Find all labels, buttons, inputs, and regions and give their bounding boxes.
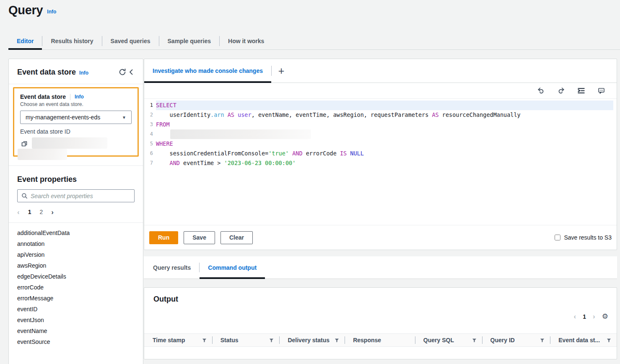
column-header-query-sql[interactable]: Query SQL [415,334,482,346]
refresh-button[interactable] [118,67,127,77]
filter-icon[interactable] [472,338,477,343]
filter-icon[interactable] [607,338,611,343]
sql-line-content: WHERE [156,139,613,149]
undo-button[interactable] [537,86,545,95]
column-header-event-data-st[interactable]: Event data st... [550,334,617,346]
filter-icon[interactable] [202,338,207,343]
results-tabs: Query resultsCommand output [144,256,617,279]
next-page-icon[interactable]: › [593,313,595,320]
column-label: Query SQL [423,337,454,343]
previous-page-icon[interactable]: ‹ [17,209,20,216]
filter-icon[interactable] [540,338,545,343]
tab-sample-queries[interactable]: Sample queries [159,33,220,49]
property-item-eventjson[interactable]: eventJson [9,315,143,325]
redo-button[interactable] [557,86,566,95]
column-header-response[interactable]: Response [345,334,415,346]
previous-page-icon[interactable]: ‹ [574,313,576,320]
column-label: Event data st... [558,337,600,343]
top-nav-tabs: EditorResults historySaved queriesSample… [8,33,620,50]
redacted-id-text [18,149,67,160]
search-input[interactable] [31,193,130,199]
sql-line-content: sessionCredentialFromConsole='true' AND … [156,149,613,158]
property-item-errormessage[interactable]: errorMessage [9,293,143,304]
copy-button[interactable] [20,139,29,148]
query-editor-panel: Investigate who made console changes + 1… [144,59,617,250]
property-item-additionaleventdata[interactable]: additionalEventData [9,227,143,238]
property-item-eventsource[interactable]: eventSource [9,336,143,347]
plus-icon: + [278,65,285,77]
add-query-tab-button[interactable]: + [272,59,291,83]
event-data-store-select[interactable]: my-management-events-eds ▼ [20,111,132,124]
gear-icon: ⚙ [602,312,608,320]
clear-button[interactable]: Clear [221,231,253,244]
collapse-panel-button[interactable] [127,68,135,76]
properties-pagination: ‹ 12 › [17,207,135,217]
property-item-annotation[interactable]: annotation [9,238,143,249]
output-panel: Output ‹ 1 › ⚙ Time stampStatusDelivery … [144,287,617,359]
save-results-to-s3-label: Save results to S3 [564,234,612,241]
column-label: Query ID [490,337,515,343]
event-properties-list: additionalEventDataannotationapiVersiona… [9,223,143,347]
sql-line-1: 1SELECT [144,101,617,110]
search-icon [21,193,28,199]
column-header-delivery-status[interactable]: Delivery status [279,334,345,346]
column-label: Time stamp [153,337,185,343]
query-tab-label: Investigate who made console changes [153,67,263,74]
page-2[interactable]: 2 [39,209,43,215]
chevron-down-icon: ▼ [122,115,126,120]
redacted-sql-text [170,129,311,139]
output-current-page[interactable]: 1 [583,313,586,320]
tab-results-history[interactable]: Results history [42,33,101,49]
callout-info-link[interactable]: Info [75,94,84,100]
run-button[interactable]: Run [149,231,178,244]
event-properties-search[interactable] [17,189,135,202]
column-header-time-stamp[interactable]: Time stamp [144,334,212,346]
chevron-left-icon [128,69,135,75]
format-sql-button[interactable] [577,86,586,95]
tab-editor[interactable]: Editor [8,33,42,49]
sidebar-title: Event data store [17,68,76,77]
column-header-query-id[interactable]: Query ID [482,334,550,346]
output-controls: ‹ 1 › ⚙ [574,313,608,320]
filter-icon[interactable] [335,338,339,343]
tab-investigate-query[interactable]: Investigate who made console changes [144,59,271,83]
sql-line-3: 3FROM [144,120,617,129]
sql-editor[interactable]: 1SELECT2 userIdentity.arn AS user, event… [144,99,617,168]
tab-query-results[interactable]: Query results [145,256,199,279]
page-1[interactable]: 1 [28,209,31,215]
event-data-store-callout: Event data store Info Choose an event da… [13,87,139,157]
sql-line-content: SELECT [156,101,613,110]
sql-line-content [156,129,613,139]
property-item-edgedevicedetails[interactable]: edgeDeviceDetails [9,271,143,282]
save-results-to-s3-checkbox[interactable] [555,235,560,240]
sql-line-content: userIdentity.arn AS user, eventName, eve… [156,110,613,120]
line-number: 7 [144,158,156,168]
line-number: 4 [144,129,156,139]
sidebar-info-link[interactable]: Info [79,70,88,76]
tab-how-it-works[interactable]: How it works [220,33,272,49]
save-button[interactable]: Save [184,231,215,244]
property-item-apiversion[interactable]: apiVersion [9,249,143,260]
output-title: Output [144,288,617,304]
property-item-awsregion[interactable]: awsRegion [9,260,143,271]
tab-command-output[interactable]: Command output [200,256,265,279]
line-number: 3 [144,120,156,129]
divider [9,84,143,84]
page-info-link[interactable]: Info [47,9,56,15]
column-header-status[interactable]: Status [212,334,280,346]
line-number: 5 [144,139,156,149]
filter-icon[interactable] [269,338,274,343]
sql-line-content: FROM [156,120,613,129]
sql-line-4: 4 [144,129,617,139]
property-item-errorcode[interactable]: errorCode [9,282,143,293]
property-item-eventname[interactable]: eventName [9,325,143,336]
table-settings-button[interactable]: ⚙ [602,313,608,320]
editor-toolbar [144,83,617,99]
output-table-header: Time stampStatusDelivery statusResponseQ… [144,333,617,347]
next-page-icon[interactable]: › [51,209,54,216]
tab-saved-queries[interactable]: Saved queries [102,33,159,49]
comment-button[interactable] [597,86,606,95]
page-title: Query [8,3,43,17]
property-item-eventid[interactable]: eventID [9,304,143,315]
event-properties-title: Event properties [9,166,143,184]
